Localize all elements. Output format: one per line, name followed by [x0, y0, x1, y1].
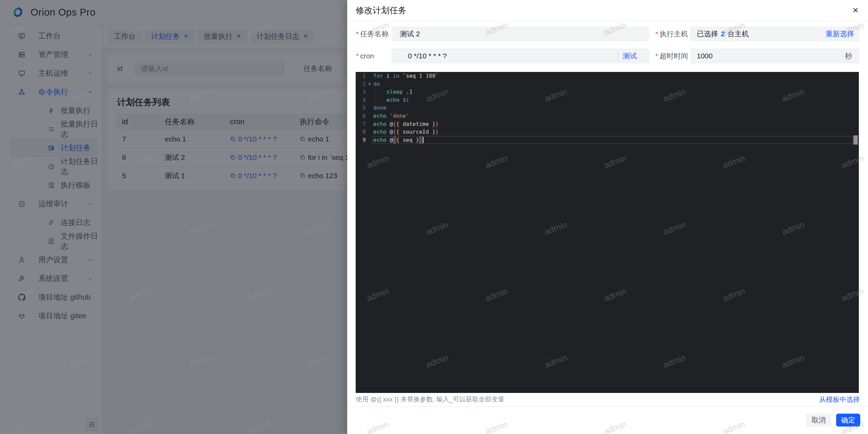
editor-overview-ruler-cursor [853, 135, 858, 145]
line-number: 1 [356, 72, 366, 80]
host-selected-count: 2 [721, 30, 725, 38]
app-root: Orion Ops Pro 工作台资产管理主机运维命令执行批量执行批量执行日志计… [0, 0, 868, 434]
editor-hint-text: 使用 @{{ xxx }} 来替换参数, 输入_可以获取全部变量 [356, 395, 504, 404]
editor-line: 8echo @{{ sourceId }} [356, 128, 859, 136]
required-asterisk: * [655, 30, 658, 38]
line-number: 4 [356, 96, 366, 104]
cron-test-button[interactable]: 测试 [618, 51, 641, 61]
form-row-1: * 任务名称 测试 2 * 执行主机 已选择 2 台主机 重新选择 [347, 26, 868, 41]
confirm-button[interactable]: 确定 [836, 414, 860, 427]
timeout-unit: 秒 [845, 51, 854, 61]
editor-line: 6echo 'done' [356, 112, 859, 120]
exec-host-field: 已选择 2 台主机 重新选择 [690, 26, 860, 41]
cron-label: * cron [356, 49, 374, 63]
cron-input[interactable]: 0 */10 * * * ? [400, 52, 618, 60]
editor-line: 7echo @{{ datetime }} [356, 120, 859, 128]
modal-footer-divider [347, 407, 868, 407]
host-selected-prefix: 已选择 [697, 29, 718, 39]
code-text: echo @{{ seq }} [373, 136, 859, 144]
gutter-spacer [366, 96, 373, 104]
modal-header-divider [347, 21, 868, 21]
required-asterisk: * [356, 30, 358, 38]
cron-input-group: 0 */10 * * * ? 测试 [392, 49, 649, 63]
modal-title: 修改计划任务 [356, 0, 407, 21]
line-number: 2 [356, 80, 366, 88]
code-text: for i in `seq 1 100` [373, 72, 859, 80]
code-text: echo 'done' [373, 112, 859, 120]
modal-close-icon[interactable]: ✕ [850, 5, 861, 16]
required-asterisk: * [655, 52, 658, 60]
reselect-hosts-link[interactable]: 重新选择 [826, 29, 854, 39]
edit-task-modal: 修改计划任务 ✕ * 任务名称 测试 2 * 执行主机 已选择 2 台主机 重新… [347, 0, 868, 434]
line-number: 6 [356, 112, 366, 120]
line-number: 5 [356, 104, 366, 112]
host-selected-suffix: 台主机 [728, 29, 749, 39]
gutter-spacer [366, 72, 373, 80]
exec-host-label: * 执行主机 [655, 26, 688, 41]
gutter-spacer [366, 120, 373, 128]
code-text: sleep .1 [373, 88, 859, 96]
code-text: echo $i [373, 96, 859, 104]
line-number: 8 [356, 128, 366, 136]
line-number: 7 [356, 120, 366, 128]
task-name-input[interactable]: 测试 2 [392, 26, 649, 41]
editor-line: 5done [356, 104, 859, 112]
command-code-editor[interactable]: 1for i in `seq 1 100`2∨do3 sleep .14 ech… [356, 72, 859, 393]
gutter-spacer [366, 136, 373, 144]
code-text: echo @{{ sourceId }} [373, 128, 859, 136]
required-asterisk: * [356, 52, 358, 60]
editor-line: 4 echo $i [356, 96, 859, 104]
editor-line: 2∨do [356, 80, 859, 88]
timeout-input[interactable]: 1000 秒 [690, 49, 860, 63]
gutter-spacer [366, 104, 373, 112]
cancel-button[interactable]: 取消 [806, 414, 831, 427]
code-text: do [373, 80, 859, 88]
task-name-label: * 任务名称 [356, 26, 389, 41]
editor-line: 3 sleep .1 [356, 88, 859, 96]
form-row-2: * cron 0 */10 * * * ? 测试 * 超时时间 1000 秒 [347, 49, 868, 63]
choose-template-link[interactable]: 从模板中选择 [819, 395, 860, 404]
code-text: echo @{{ datetime }} [373, 120, 859, 128]
editor-line: 9echo @{{ seq }} [356, 136, 859, 144]
code-text: done [373, 104, 859, 112]
editor-line: 1for i in `seq 1 100` [356, 72, 859, 80]
gutter-spacer [366, 88, 373, 96]
line-number: 3 [356, 88, 366, 96]
gutter-spacer [366, 112, 373, 120]
editor-hint-row: 使用 @{{ xxx }} 来替换参数, 输入_可以获取全部变量 从模板中选择 [356, 394, 860, 404]
timeout-label: * 超时时间 [655, 49, 688, 63]
line-number: 9 [356, 136, 366, 144]
text-cursor [423, 137, 423, 143]
gutter-spacer [366, 128, 373, 136]
fold-chevron-icon: ∨ [366, 80, 373, 88]
